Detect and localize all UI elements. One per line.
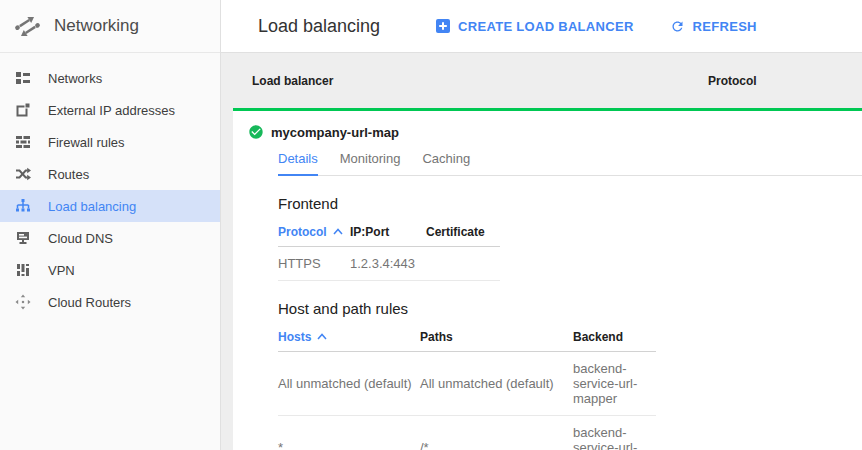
create-load-balancer-label: CREATE LOAD BALANCER	[458, 19, 633, 34]
sort-ascending-icon	[333, 228, 343, 235]
load-balancer-list: Load balancer Protocol mycompany-url-map…	[221, 53, 862, 450]
rule-backend: backend-service-url-mapper	[573, 352, 656, 416]
sidebar-item-label: Cloud DNS	[48, 231, 113, 246]
sidebar-item-firewall-rules[interactable]: Firewall rules	[0, 126, 220, 158]
vpn-icon	[15, 262, 31, 278]
sidebar-nav: Networks External IP addresses Firewall …	[0, 53, 220, 318]
main-area: Load balancing CREATE LOAD BALANCER REFR…	[221, 0, 862, 450]
frontend-col-certificate: Certificate	[426, 219, 500, 247]
sidebar-item-external-ip-addresses[interactable]: External IP addresses	[0, 94, 220, 126]
sort-ascending-icon	[317, 333, 327, 340]
hosts-col-paths: Paths	[420, 324, 573, 352]
sidebar-item-label: VPN	[48, 263, 75, 278]
app-title: Networking	[54, 16, 139, 36]
rule-hosts: *	[278, 416, 420, 450]
frontend-col-ip-port: IP:Port	[350, 219, 426, 247]
tab-caching[interactable]: Caching	[422, 146, 470, 176]
load-balancer-row[interactable]: mycompany-url-map	[233, 111, 862, 140]
refresh-button[interactable]: REFRESH	[670, 19, 757, 34]
sidebar-item-cloud-dns[interactable]: Cloud DNS	[0, 222, 220, 254]
frontend-col-protocol[interactable]: Protocol	[278, 219, 350, 247]
sidebar-item-networks[interactable]: Networks	[0, 62, 220, 94]
sidebar-item-label: Cloud Routers	[48, 295, 131, 310]
sidebar-item-label: Routes	[48, 167, 89, 182]
hosts-col-backend: Backend	[573, 324, 656, 352]
load-balancer-name: mycompany-url-map	[271, 125, 399, 140]
sidebar-item-label: External IP addresses	[48, 103, 175, 118]
rule-backend: backend-service-url-mapper	[573, 416, 656, 450]
rule-paths: /*	[420, 416, 573, 450]
sidebar-item-label: Load balancing	[48, 199, 136, 214]
routes-icon	[15, 166, 31, 182]
hosts-col-hosts[interactable]: Hosts	[278, 324, 420, 352]
load-balancer-detail-card: mycompany-url-map Details Monitoring Cac…	[233, 108, 862, 450]
sidebar-item-label: Firewall rules	[48, 135, 125, 150]
networks-icon	[15, 70, 31, 86]
frontend-row: HTTPS 1.2.3.4:443	[278, 247, 500, 281]
refresh-icon	[670, 19, 685, 34]
sidebar-item-label: Networks	[48, 71, 102, 86]
host-path-rules-table: Hosts Paths Backend All unmatched (defau…	[278, 324, 656, 450]
frontend-section: Frontend Protocol IP:Port Certificate	[278, 195, 862, 281]
load-balancing-icon	[15, 198, 31, 214]
host-path-rules-section: Host and path rules Hosts Paths Backend	[278, 300, 862, 450]
tab-details[interactable]: Details	[278, 146, 318, 176]
sidebar-item-routes[interactable]: Routes	[0, 158, 220, 190]
hosts-col-hosts-label: Hosts	[278, 330, 311, 344]
check-circle-icon	[248, 124, 264, 140]
frontend-table: Protocol IP:Port Certificate HTTPS 1.2.3…	[278, 219, 500, 281]
detail-tabs: Details Monitoring Caching	[278, 146, 862, 176]
refresh-label: REFRESH	[693, 19, 757, 34]
sidebar: Networking Networks External IP addresse…	[0, 0, 221, 450]
list-header: Load balancer Protocol	[221, 53, 862, 108]
sidebar-item-load-balancing[interactable]: Load balancing	[0, 190, 220, 222]
create-load-balancer-button[interactable]: CREATE LOAD BALANCER	[436, 19, 633, 34]
sidebar-item-cloud-routers[interactable]: Cloud Routers	[0, 286, 220, 318]
list-header-load-balancer: Load balancer	[252, 74, 708, 88]
rule-hosts: All unmatched (default)	[278, 352, 420, 416]
networking-logo-icon	[14, 13, 41, 40]
app-window: Networking Networks External IP addresse…	[0, 0, 862, 450]
host-path-rule-row: All unmatched (default) All unmatched (d…	[278, 352, 656, 416]
host-path-rule-row: * /* backend-service-url-mapper	[278, 416, 656, 450]
frontend-heading: Frontend	[278, 195, 862, 212]
rule-paths: All unmatched (default)	[420, 352, 573, 416]
frontend-col-protocol-label: Protocol	[278, 225, 327, 239]
tab-monitoring[interactable]: Monitoring	[340, 146, 401, 176]
plus-icon	[436, 19, 450, 33]
frontend-ip-port-value: 1.2.3.4:443	[350, 247, 426, 281]
frontend-certificate-value	[426, 247, 500, 281]
page-title: Load balancing	[258, 16, 380, 37]
cloud-routers-icon	[15, 294, 31, 310]
page-header: Load balancing CREATE LOAD BALANCER REFR…	[221, 0, 862, 53]
external-ip-icon	[15, 102, 31, 118]
host-path-rules-heading: Host and path rules	[278, 300, 862, 317]
sidebar-item-vpn[interactable]: VPN	[0, 254, 220, 286]
frontend-protocol-value: HTTPS	[278, 247, 350, 281]
cloud-dns-icon	[15, 230, 31, 246]
list-header-protocol: Protocol	[708, 74, 757, 88]
firewall-icon	[15, 134, 31, 150]
sidebar-header: Networking	[0, 0, 220, 53]
